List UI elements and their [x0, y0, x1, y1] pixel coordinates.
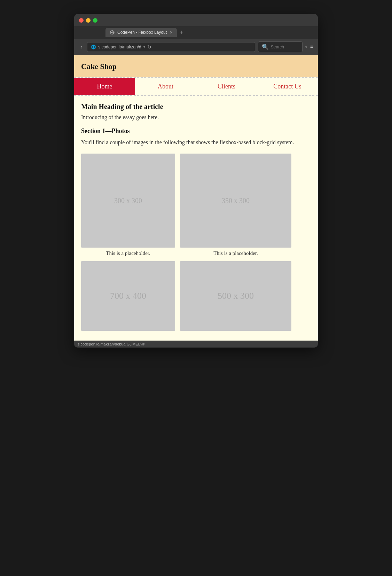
site-main: Main Heading of the article Introducing … — [74, 96, 318, 341]
nav-item-clients[interactable]: Clients — [196, 78, 257, 95]
img-caption-1: This is a placeholder. — [106, 250, 150, 256]
traffic-light-green[interactable] — [93, 18, 97, 23]
browser-tab-bar: CodePen - Flexbox Layout ✕ + — [74, 26, 318, 39]
tab-add-button[interactable]: + — [180, 29, 183, 36]
image-block-4: 500 x 300 — [180, 261, 291, 334]
address-dropdown-icon[interactable]: ▾ — [143, 45, 145, 49]
website-content: Cake Shop Home About Clients Contact Us … — [74, 55, 318, 341]
tab-close-button[interactable]: ✕ — [170, 30, 173, 35]
nav-item-contact[interactable]: Contact Us — [257, 78, 318, 95]
back-button[interactable]: ‹ — [78, 43, 84, 51]
traffic-light-yellow[interactable] — [86, 18, 91, 23]
browser-statusbar: s.codepen.io/makzan/debug/GJjMEL?# — [74, 341, 318, 348]
traffic-light-red[interactable] — [79, 18, 84, 23]
site-title: Cake Shop — [81, 62, 311, 71]
hamburger-menu-button[interactable]: ≡ — [310, 43, 314, 50]
placeholder-img-1: 300 x 300 — [81, 154, 175, 248]
browser-window: CodePen - Flexbox Layout ✕ + ‹ 🌐 s.codep… — [74, 14, 318, 348]
browser-toolbar: ‹ 🌐 s.codepen.io/makzan/d ▾ ↻ 🔍 » ≡ — [74, 39, 318, 55]
placeholder-img-2: 350 x 300 — [180, 154, 291, 248]
section1-heading: Section 1—Photos — [81, 127, 311, 135]
address-bar[interactable]: 🌐 s.codepen.io/makzan/d ▾ ↻ — [87, 42, 255, 52]
nav-item-about[interactable]: About — [135, 78, 196, 95]
codepen-icon — [110, 30, 115, 35]
article-main-heading: Main Heading of the article — [81, 103, 311, 111]
browser-tab-active[interactable]: CodePen - Flexbox Layout ✕ — [105, 28, 177, 37]
browser-titlebar — [74, 14, 318, 26]
traffic-lights — [79, 18, 97, 23]
site-header: Cake Shop — [74, 55, 318, 77]
refresh-button[interactable]: ↻ — [147, 44, 151, 50]
globe-icon: 🌐 — [91, 45, 96, 49]
section1-text: You'll find a couple of images in the fo… — [81, 138, 311, 147]
address-text: s.codepen.io/makzan/d — [98, 45, 141, 49]
image-block-1: 300 x 300 This is a placeholder. — [81, 154, 175, 256]
overflow-button[interactable]: » — [305, 44, 307, 49]
placeholder-img-4: 500 x 300 — [180, 261, 291, 331]
site-nav: Home About Clients Contact Us — [74, 77, 318, 96]
image-grid: 300 x 300 This is a placeholder. 350 x 3… — [81, 154, 311, 334]
tab-title: CodePen - Flexbox Layout — [117, 30, 167, 35]
image-block-2: 350 x 300 This is a placeholder. — [180, 154, 291, 256]
article-intro: Introducing of the essay goes here. — [81, 114, 311, 120]
placeholder-img-3: 700 x 400 — [81, 261, 175, 331]
image-block-3: 700 x 400 — [81, 261, 175, 334]
search-bar[interactable]: 🔍 — [258, 41, 303, 52]
statusbar-url: s.codepen.io/makzan/debug/GJjMEL?# — [78, 342, 144, 346]
search-icon: 🔍 — [262, 44, 269, 50]
nav-item-home[interactable]: Home — [74, 78, 135, 95]
img-caption-2: This is a placeholder. — [213, 250, 258, 256]
search-input[interactable] — [271, 45, 299, 49]
